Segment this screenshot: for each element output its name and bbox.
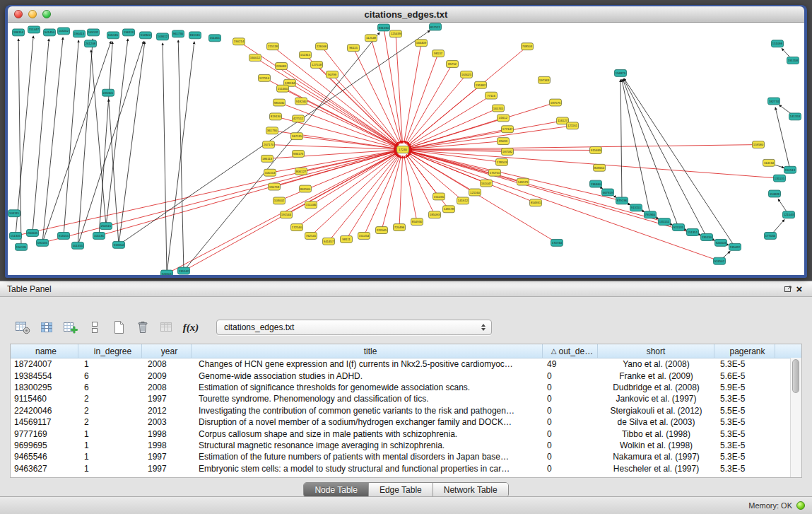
table-row[interactable]: 911546021997Tourette syndrome. Phenomeno… xyxy=(11,393,801,404)
graph-edge xyxy=(91,50,106,226)
graph-node-label: 190718 xyxy=(269,185,280,189)
cell-pagerank: 5.9E-5 xyxy=(714,382,775,392)
column-header-year[interactable]: year xyxy=(142,344,192,358)
network-graph[interactable]: 1724019021416001221511822608312751412818… xyxy=(8,23,804,275)
graph-node-label: 121161 xyxy=(567,124,578,127)
network-window: citations_edges.txt 17240190214160012215… xyxy=(5,5,807,278)
graph-edge xyxy=(297,136,396,149)
cell-pagerank: 5.3E-5 xyxy=(714,440,775,450)
cell-pagerank: 5.3E-5 xyxy=(714,417,775,427)
graph-node-label: 151461 xyxy=(210,36,220,40)
cell-title: Estimation of the future numbers of pati… xyxy=(192,452,543,462)
scrollbar-thumb[interactable] xyxy=(792,359,799,393)
graph-node-label: 190413 xyxy=(74,32,85,35)
graph-node-label: 90799 xyxy=(328,73,337,76)
graph-node-label: 103202 xyxy=(59,30,69,33)
import-table-icon[interactable] xyxy=(158,319,175,336)
cell-name: 9463627 xyxy=(11,464,78,474)
column-header-in-degree[interactable]: in_degree xyxy=(78,344,142,358)
graph-node-label: 819131 xyxy=(190,33,201,37)
graph-node-label: 136460 xyxy=(591,182,601,186)
cell-out_degree: 0 xyxy=(543,394,598,404)
cell-pagerank: 5.5E-5 xyxy=(714,406,775,416)
cell-out_degree: 0 xyxy=(543,417,598,427)
graph-node-label: 913554 xyxy=(114,243,124,247)
cell-title: Genome-wide association studies in ADHD. xyxy=(192,371,543,381)
cell-short: Hescheler et al. (1997) xyxy=(598,464,714,474)
graph-node-label: 41612 xyxy=(499,116,508,119)
table-row[interactable]: 1830029562008Estimation of significance … xyxy=(11,382,801,393)
zoom-window-button[interactable] xyxy=(42,10,51,18)
tab-edge-table[interactable]: Edge Table xyxy=(369,483,433,497)
cell-short: Franke et al. (2009) xyxy=(598,371,714,381)
table-row[interactable]: 946362711997Embryonic stem cells: a mode… xyxy=(11,463,801,474)
close-window-button[interactable] xyxy=(14,10,23,18)
row-height-icon[interactable] xyxy=(86,319,103,336)
graph-node-label: 936173 xyxy=(293,152,304,156)
graph-node-label: 151351 xyxy=(688,230,698,234)
table-row[interactable]: 1938455462009Genome-wide association stu… xyxy=(11,370,801,381)
cell-out_degree: 0 xyxy=(543,464,598,474)
edit-table-icon[interactable] xyxy=(62,319,79,336)
window-controls xyxy=(8,10,51,18)
table-row[interactable]: 977716911998Corpus callosum shape and si… xyxy=(11,428,801,439)
cell-name: 9465546 xyxy=(11,452,78,462)
cell-pagerank: 5.6E-5 xyxy=(714,371,775,381)
graph-edge xyxy=(408,108,498,147)
status-bar: Memory: OK xyxy=(0,496,812,514)
graph-node-label: 831230 xyxy=(379,26,389,30)
minimize-window-button[interactable] xyxy=(28,10,37,18)
table-row[interactable]: 969969511998Structural magnetic resonanc… xyxy=(11,440,801,451)
graph-node-label: 135151 xyxy=(659,220,670,223)
tab-network-table[interactable]: Network Table xyxy=(433,483,508,497)
table-row[interactable]: 946554611997Estimation of the future num… xyxy=(11,451,801,462)
tab-node-table[interactable]: Node Table xyxy=(304,483,369,497)
close-panel-icon[interactable]: × xyxy=(794,284,805,295)
graph-node-label: 226083 xyxy=(276,64,287,68)
graph-edge xyxy=(119,42,145,245)
select-columns-icon[interactable] xyxy=(38,319,55,336)
graph-node-label: 806127 xyxy=(296,170,307,173)
table-row[interactable]: 1456911722003Disruption of a novel membe… xyxy=(11,416,801,428)
graph-node-label: 151454 xyxy=(359,234,370,238)
graph-edge xyxy=(407,74,466,144)
graph-node-label: 191358 xyxy=(788,59,799,62)
cell-short: Tibbo et al. (1998) xyxy=(598,429,714,439)
graph-node-label: 149578 xyxy=(444,207,454,211)
cell-year: 2009 xyxy=(142,371,192,381)
column-header-name[interactable]: name xyxy=(11,344,78,358)
graph-edge xyxy=(409,126,572,148)
network-graph-canvas[interactable]: 1724019021416001221511822608312751412818… xyxy=(8,23,804,275)
new-document-icon[interactable] xyxy=(110,319,127,336)
table-row[interactable]: 2242004622012Investigating the contribut… xyxy=(11,405,801,416)
dropdown-stepper-icon xyxy=(481,324,487,331)
table-row[interactable]: 1872400712008Changes of HCN gene express… xyxy=(11,358,801,370)
graph-node-label: 913151 xyxy=(631,206,642,209)
column-header-short[interactable]: short xyxy=(598,344,714,358)
column-header-out-degree[interactable]: △ out_de… xyxy=(543,344,598,358)
graph-node-label: 149132 xyxy=(88,30,99,34)
cell-title: Estimation of significance thresholds fo… xyxy=(192,382,543,392)
cell-pagerank: 5.3E-5 xyxy=(714,359,775,369)
graph-node-label: 85093 xyxy=(499,139,508,143)
column-header-pagerank[interactable]: pagerank xyxy=(714,344,775,358)
column-header-title[interactable]: title xyxy=(192,344,543,358)
function-builder-icon[interactable]: f(x) xyxy=(182,319,199,336)
cell-in_degree: 2 xyxy=(78,394,142,404)
graph-node-label: 924503 xyxy=(716,241,726,245)
graph-node-label: 748503 xyxy=(522,45,533,48)
memory-status-label: Memory: OK xyxy=(748,501,792,510)
table-settings-icon[interactable] xyxy=(14,319,31,336)
table-vertical-scrollbar[interactable] xyxy=(790,358,801,477)
cell-in_degree: 2 xyxy=(78,417,142,427)
graph-node-label: 151335 xyxy=(11,234,21,238)
float-panel-icon[interactable] xyxy=(782,284,794,295)
delete-table-icon[interactable] xyxy=(134,319,151,336)
network-window-titlebar[interactable]: citations_edges.txt xyxy=(8,6,804,23)
graph-node-label: 187575 xyxy=(551,101,561,105)
graph-edge xyxy=(405,54,438,144)
cell-out_degree: 0 xyxy=(543,371,598,381)
graph-edge xyxy=(64,40,78,236)
graph-node-label: 186114 xyxy=(13,30,24,34)
network-selector-dropdown[interactable]: citations_edges.txt xyxy=(216,320,492,335)
